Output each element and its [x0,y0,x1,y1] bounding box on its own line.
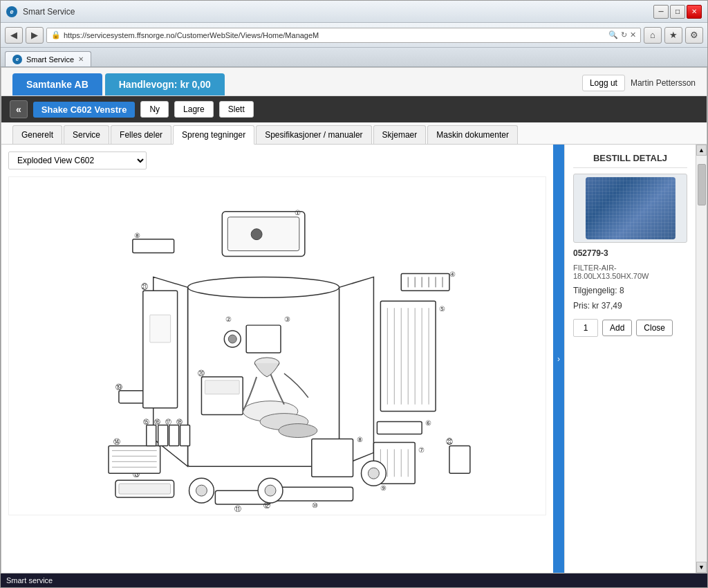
svg-rect-62 [147,425,156,446]
svg-text:⑩: ⑩ [312,502,318,509]
save-button[interactable]: Lagre [174,101,214,118]
scroll-up-button[interactable]: ▲ [696,145,707,156]
scroll-down-button[interactable]: ▼ [696,562,707,573]
tab-close-icon[interactable]: ✕ [78,55,84,63]
svg-rect-66 [169,425,179,446]
refresh-icon[interactable]: ↻ [621,30,627,39]
svg-point-51 [265,485,276,496]
settings-button[interactable]: ⚙ [685,27,703,44]
svg-point-44 [368,468,379,479]
status-text: Smart service [6,576,53,585]
main-area: Exploded View C602 [1,145,707,573]
back-machine-button[interactable]: « [10,100,28,118]
company-tab[interactable]: Samtanke AB [12,73,102,95]
ie-logo: e [6,6,17,17]
dropdown-row: Exploded View C602 [8,151,546,169]
tab-ie-logo: e [12,55,22,64]
lock-icon: 🔒 [51,30,61,39]
favorites-button[interactable]: ★ [664,27,682,44]
browser-tab-active[interactable]: e Smart Service ✕ [5,51,91,66]
tab-spreng-tegninger[interactable]: Spreng tegninger [173,125,254,145]
nav-bar: ◀ ▶ 🔒 https://servicesystem.ffsnorge.no/… [1,23,707,48]
username-label: Martin Pettersson [631,78,696,88]
tab-generelt[interactable]: Generelt [12,125,62,144]
logout-area: Logg ut Martin Pettersson [582,75,696,95]
status-bar: Smart service [1,573,707,587]
product-image [573,174,687,243]
svg-rect-78 [449,445,470,473]
svg-text:③: ③ [284,315,290,323]
content-tabs: Generelt Service Felles deler Spreng teg… [1,122,707,145]
top-header: Samtanke AB Handlevogn: kr 0,00 Logg ut … [1,68,707,96]
svg-rect-56 [109,445,160,473]
svg-text:②: ② [225,315,232,323]
delete-button[interactable]: Slett [219,101,254,118]
order-row: Add Close [573,319,687,337]
logout-button[interactable]: Logg ut [582,75,625,91]
svg-text:⑧: ⑧ [134,232,140,239]
tab-skjemaer[interactable]: Skjemaer [373,125,427,144]
browser-title: Smart Service [23,7,75,17]
maximize-button[interactable]: □ [670,5,685,19]
availability-label: Tilgjengelig: 8 [573,286,687,295]
home-button[interactable]: ⌂ [644,27,662,44]
minimize-button[interactable]: ─ [653,5,669,19]
address-icons: 🔍 ↻ ✕ [608,30,636,39]
svg-text:㉒: ㉒ [446,438,453,445]
browser-window: e Smart Service ─ □ ✕ ◀ ▶ 🔒 https://serv… [0,0,708,588]
machine-nav: « Shake C602 Venstre Ny Lagre Slett [1,96,707,122]
svg-text:⑭: ⑭ [113,438,120,445]
new-button[interactable]: Ny [140,101,169,118]
tab-felles-deler[interactable]: Felles deler [111,125,171,144]
svg-text:⑮: ⑮ [143,419,149,425]
diagram-area: Exploded View C602 [1,145,553,573]
tab-spesifikasjoner[interactable]: Spesifikasjoner / manualer [256,125,371,144]
product-name: FILTER-AIR-18.00LX13.50HX.70W [573,264,687,280]
panel-toggle[interactable]: › [553,145,564,573]
title-bar: e Smart Service ─ □ ✕ [1,1,707,23]
close-button[interactable]: ✕ [687,5,702,19]
svg-rect-73 [205,380,239,394]
scroll-thumb[interactable] [698,164,706,205]
svg-point-1 [188,277,339,297]
quantity-input[interactable] [573,319,598,337]
cart-tab[interactable]: Handlevogn: kr 0,00 [105,73,225,95]
back-button[interactable]: ◀ [5,27,23,44]
svg-text:⑰: ⑰ [165,419,171,425]
address-bar[interactable]: 🔒 https://servicesystem.ffsnorge.no/Cust… [46,28,641,43]
close-panel-button[interactable]: Close [636,320,673,336]
svg-text:⑯: ⑯ [154,419,160,425]
add-button[interactable]: Add [602,320,632,336]
panel-title: BESTILL DETALJ [573,153,687,168]
page-content: Samtanke AB Handlevogn: kr 0,00 Logg ut … [1,67,707,573]
tab-service[interactable]: Service [64,125,109,144]
price-label: Pris: kr 37,49 [573,301,687,311]
svg-point-9 [228,335,236,343]
svg-text:①: ① [295,209,301,217]
svg-text:⑲: ⑲ [115,383,122,391]
svg-text:⑪: ⑪ [234,505,241,513]
title-bar-buttons: ─ □ ✕ [653,5,702,19]
svg-rect-54 [119,484,171,494]
svg-rect-5 [227,217,299,251]
scrollbar: ▲ ▼ [696,145,707,573]
scroll-track[interactable] [696,156,707,562]
tab-maskin-dokumenter[interactable]: Maskin dokumenter [427,125,518,144]
view-select[interactable]: Exploded View C602 [8,151,147,169]
search-icon[interactable]: 🔍 [608,30,618,39]
svg-rect-68 [180,425,190,446]
svg-rect-76 [150,315,171,342]
forward-button[interactable]: ▶ [26,27,44,44]
right-panel: BESTILL DETALJ 052779-3 FILTER-AIR-18.00… [564,145,696,573]
browser-tab-bar: e Smart Service ✕ [1,48,707,67]
machine-name-label: Shake C602 Venstre [33,102,136,118]
toggle-chevron-icon: › [557,354,560,364]
svg-rect-41 [133,239,174,253]
svg-rect-30 [377,422,422,434]
svg-rect-11 [246,325,281,353]
diagram-container: ① ② ③ [8,176,546,515]
url-text: https://servicesystem.ffsnorge.no/Custom… [64,31,606,39]
filter-image [586,177,676,239]
x-icon[interactable]: ✕ [630,30,636,39]
svg-text:⑨: ⑨ [380,484,386,492]
